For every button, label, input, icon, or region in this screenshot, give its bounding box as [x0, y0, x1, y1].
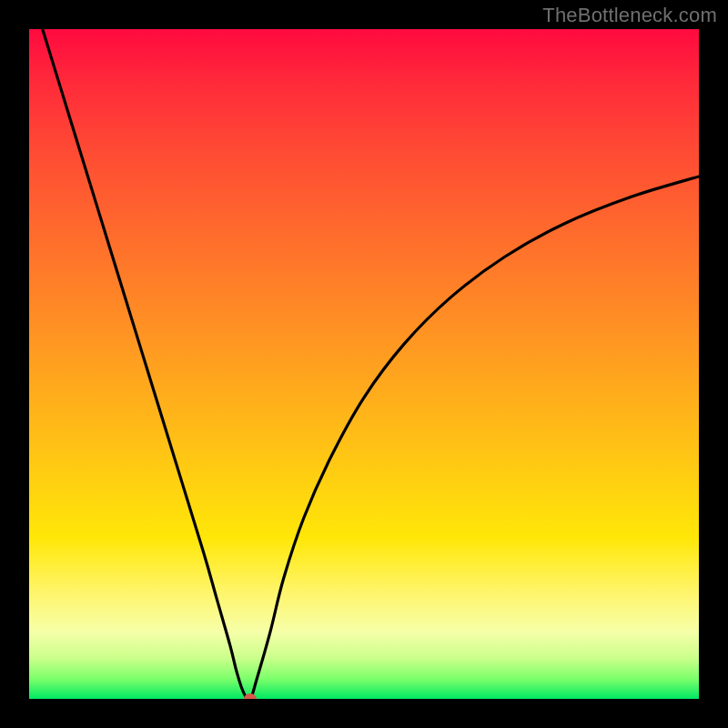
curve-path — [43, 29, 699, 699]
bottleneck-curve — [29, 29, 699, 699]
plot-area — [29, 29, 699, 699]
chart-frame: TheBottleneck.com — [0, 0, 728, 728]
minimum-marker-icon — [244, 693, 257, 699]
watermark-text: TheBottleneck.com — [542, 4, 717, 27]
